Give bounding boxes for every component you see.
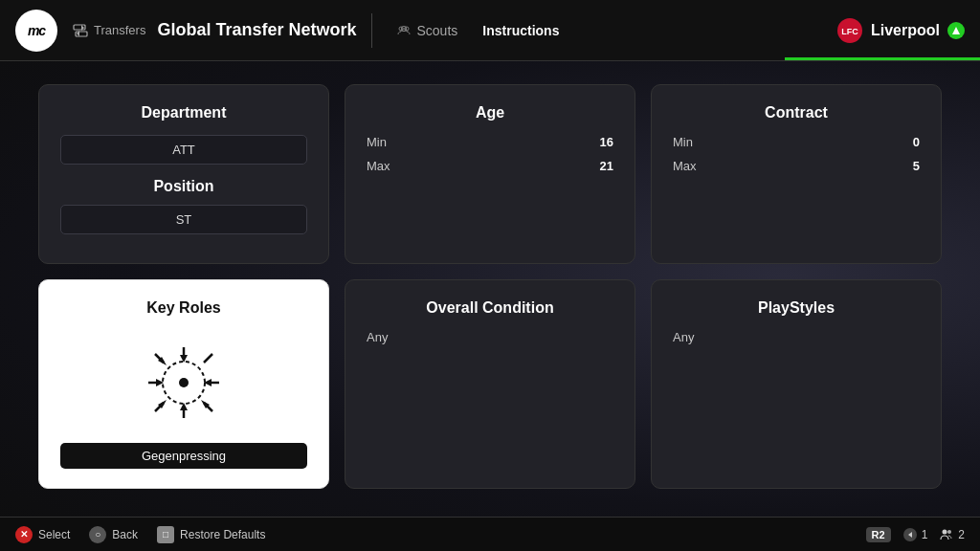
age-title: Age: [367, 104, 613, 121]
age-card: Age Min 16 Max 21: [345, 84, 635, 264]
back-button[interactable]: ○ Back: [89, 526, 138, 543]
restore-label: Restore Defaults: [180, 528, 265, 541]
select-button[interactable]: ✕ Select: [15, 526, 70, 543]
age-max-row: Max 21: [367, 159, 613, 173]
tab-instructions[interactable]: Instructions: [473, 17, 568, 44]
instructions-label: Instructions: [482, 23, 559, 38]
main-title: Global Transfer Network: [157, 20, 356, 40]
club-bar: [785, 57, 980, 60]
nav-divider: [371, 13, 372, 48]
bottombar: ✕ Select ○ Back □ Restore Defaults R2 1 …: [0, 517, 980, 551]
contract-max-row: Max 5: [673, 159, 920, 173]
tab-scouts[interactable]: Scouts: [388, 17, 467, 44]
svg-line-20: [204, 354, 212, 363]
age-min-value: 16: [600, 135, 613, 149]
contract-card: Contract Min 0 Max 5: [651, 84, 942, 264]
club-status: [947, 22, 965, 39]
x-button-icon: ✕: [15, 526, 33, 543]
gegenpressing-icon: [141, 340, 227, 426]
club-info: LFC Liverpool: [836, 17, 965, 44]
back-label: Back: [112, 528, 138, 541]
key-roles-card[interactable]: Key Roles: [38, 279, 329, 489]
position-value[interactable]: ST: [60, 205, 307, 234]
contract-title: Contract: [673, 104, 920, 121]
restore-button[interactable]: □ Restore Defaults: [157, 526, 265, 543]
count2: 2: [958, 528, 965, 541]
nav-left-icon: [902, 527, 918, 542]
svg-point-29: [947, 530, 951, 534]
contract-min-row: Min 0: [673, 135, 920, 149]
o-button-icon: ○: [89, 526, 106, 543]
contract-min-value: 0: [913, 135, 920, 149]
playstyles-card: PlayStyles Any: [651, 279, 942, 489]
contract-max-label: Max: [673, 159, 697, 173]
topbar: mc Transfers Global Transfer Network Sco…: [0, 0, 980, 61]
overall-condition-title: Overall Condition: [367, 299, 613, 317]
scouts-label: Scouts: [416, 23, 457, 38]
age-min-label: Min: [367, 135, 387, 149]
department-value[interactable]: ATT: [60, 135, 307, 165]
indicator-1: 1: [902, 527, 928, 542]
svg-marker-7: [952, 27, 960, 34]
app-logo: mc: [15, 10, 57, 52]
playstyles-title: PlayStyles: [673, 299, 920, 317]
position-title: Position: [60, 178, 307, 195]
logo-text: mc: [28, 23, 45, 38]
club-crest: LFC: [836, 17, 863, 44]
age-max-label: Max: [367, 159, 390, 173]
tactic-label: Gegenpressing: [60, 443, 307, 469]
sq-button-icon: □: [157, 526, 174, 543]
bottom-right: R2 1 2: [866, 527, 965, 542]
status-icon: [951, 26, 961, 35]
key-roles-icon-area: [60, 330, 307, 435]
nav-transfers[interactable]: Transfers: [73, 23, 145, 38]
transfers-icon: [73, 23, 88, 38]
indicator-2: 2: [939, 527, 965, 542]
r2-badge: R2: [866, 527, 891, 542]
age-max-value: 21: [600, 159, 613, 173]
svg-point-28: [943, 529, 947, 534]
department-title: Department: [60, 104, 307, 121]
select-label: Select: [38, 528, 70, 541]
count1: 1: [922, 528, 928, 541]
nav-tabs: Scouts Instructions: [388, 17, 568, 44]
key-roles-title: Key Roles: [60, 299, 307, 317]
contract-min-label: Min: [673, 135, 693, 149]
overall-condition-value: Any: [367, 330, 613, 344]
overall-condition-card: Overall Condition Any: [345, 279, 635, 489]
people-icon: [939, 527, 954, 542]
playstyles-value: Any: [673, 330, 920, 344]
department-position-card: Department ATT Position ST: [38, 84, 329, 264]
main-content: Department ATT Position ST Age Min 16 Ma…: [0, 61, 980, 512]
svg-text:LFC: LFC: [841, 27, 858, 36]
svg-point-8: [179, 378, 189, 387]
scouts-icon: [397, 24, 411, 37]
transfers-label: Transfers: [94, 23, 145, 37]
club-name: Liverpool: [871, 22, 940, 39]
contract-max-value: 5: [913, 159, 920, 173]
age-min-row: Min 16: [367, 135, 613, 149]
